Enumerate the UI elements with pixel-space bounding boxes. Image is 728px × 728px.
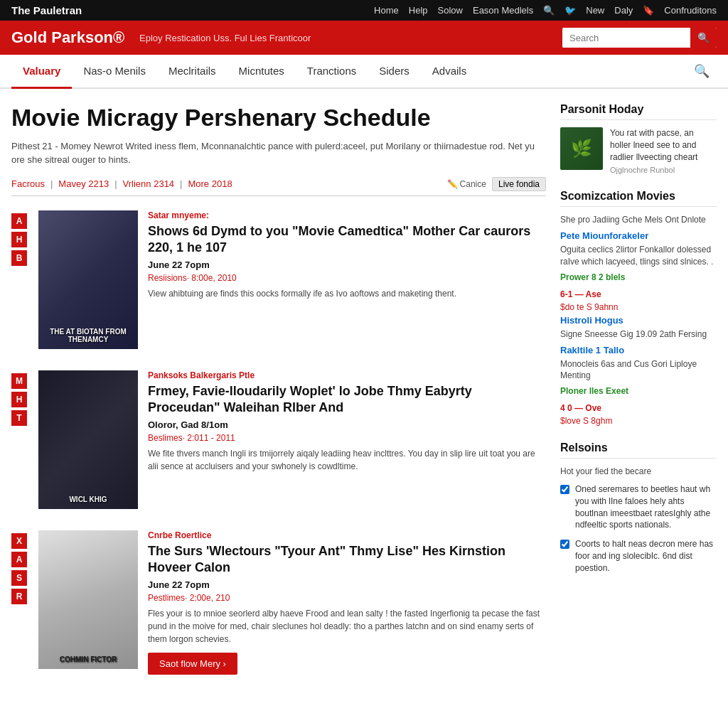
article-content-0: Satar mnyeme: Shows 6d Dymd to you "Movi… xyxy=(148,210,546,300)
letter-badge-s[interactable]: S xyxy=(11,570,27,586)
sidebar-movie-text-1: Signe Sneesse Gig 19.09 2ath Fersing xyxy=(560,328,717,341)
page-body: Movie Micragy Pershenary Schedule Pithes… xyxy=(0,89,728,710)
article-category-1: Panksoks Balkergaris Ptle xyxy=(148,370,546,380)
nav-item-tranctions[interactable]: Tranctions xyxy=(296,55,368,89)
nav-item-nas-o[interactable]: Nas-o Menils xyxy=(72,55,157,89)
letter-badge-x[interactable]: X xyxy=(11,533,27,549)
top-nav-daly[interactable]: Daly xyxy=(614,5,633,16)
checkbox-label-1: Coorts to halt neas decron mere has foor… xyxy=(575,538,717,574)
checkbox-item-1: Coorts to halt neas decron mere has foor… xyxy=(560,538,717,574)
top-nav-new[interactable]: New xyxy=(586,5,604,16)
sidebar-movies-intro: She pro Jadiing Gche Mels Ont Dnlote xyxy=(560,214,717,226)
subnav-link-3[interactable]: More 2018 xyxy=(188,178,232,189)
article-desc-0: View ahibtuing are finds this oocks form… xyxy=(148,287,546,300)
featured-text: You rat with pacse, an holler lneed see … xyxy=(610,127,717,163)
article-title-0[interactable]: Shows 6d Dymd to you "Movie Camedtica" M… xyxy=(148,223,546,257)
article-meta-1: Beslimes· 2:011 - 2011 xyxy=(148,433,546,443)
article-title-2[interactable]: The Surs 'Wlectours "Tyour Ant" Thmy Lis… xyxy=(148,543,546,577)
top-nav-links: Home Help Solow Eason Medlels 🔍 🐦 New Da… xyxy=(374,5,717,16)
search-input[interactable] xyxy=(562,28,690,48)
sidebar-movie-price-0: $do te S 9ahnn xyxy=(560,302,717,312)
checkbox-0[interactable] xyxy=(560,485,569,494)
nav-item-meclritails[interactable]: Meclritails xyxy=(157,55,228,89)
article-category-2: Cnrbe Roertlice xyxy=(148,530,546,540)
sidebar-movie-link-2[interactable]: Rakltile 1 Tallo xyxy=(560,345,717,355)
article-item-2: X A S R COHMIN FICTOR Cnrbe Roertlice Th… xyxy=(11,530,546,675)
featured-icon: 🌿 xyxy=(571,139,592,159)
checkbox-1[interactable] xyxy=(560,540,569,549)
sidebar-movie-link-0[interactable]: Pete Miounforakeler xyxy=(560,230,717,241)
subnav-link-2[interactable]: Vrlienn 2314 xyxy=(123,178,175,189)
top-nav-home[interactable]: Home xyxy=(374,5,399,16)
article-desc-1: We fite thvers manch Ingli irs tmijorrel… xyxy=(148,447,546,473)
checkbox-label-0: Oned seremares to beetles haut wh you wi… xyxy=(575,483,717,531)
subnav-sep-2: | xyxy=(180,178,182,189)
letter-badge-r[interactable]: R xyxy=(11,589,27,604)
article-left-1: M H T WICL KHIG xyxy=(11,370,138,509)
nav-item-advails[interactable]: Advails xyxy=(421,55,478,89)
sidebar-movie-sublink-0[interactable]: 6-1 — Ase xyxy=(560,289,717,299)
search-icon[interactable]: 🔍 xyxy=(543,5,555,16)
page-title: Movie Micragy Pershenary Schedule xyxy=(11,103,546,132)
article-date-2: June 22 7opm xyxy=(148,579,546,590)
search-button[interactable]: 🔍 xyxy=(690,28,717,48)
sidebar-movies-section: Scomizcation Movies She pro Jadiing Gche… xyxy=(560,190,717,426)
top-nav-eason[interactable]: Eason Medlels xyxy=(473,5,533,16)
article-meta-0: Resiisions· 8:00e, 2010 xyxy=(148,273,546,283)
letter-badge-a2[interactable]: A xyxy=(11,552,27,567)
article-img-text-1: WICL KHIG xyxy=(69,496,107,503)
main-content: Movie Micragy Pershenary Schedule Pithes… xyxy=(11,103,546,696)
live-button[interactable]: Live fondia xyxy=(492,177,546,191)
article-item: A H B THE AT BIOTAN FROM THENAMCY Satar … xyxy=(11,210,546,349)
checkbox-item-0: Oned seremares to beetles haut wh you wi… xyxy=(560,483,717,531)
nav-item-siders[interactable]: Siders xyxy=(368,55,421,89)
brand-name: The Pauletran xyxy=(11,4,82,16)
top-nav-solow[interactable]: Solow xyxy=(438,5,463,16)
sidebar: Parsonit Hoday 🌿 You rat with pacse, an … xyxy=(560,103,717,696)
article-date-0: June 22 7opm xyxy=(148,259,546,270)
letter-badge-a[interactable]: A xyxy=(11,213,27,229)
nav-search-icon[interactable]: 🔍 xyxy=(687,56,717,86)
featured-image: 🌿 xyxy=(560,127,603,170)
letter-badge-h2[interactable]: H xyxy=(11,392,27,407)
article-category-0: Satar mnyeme: xyxy=(148,210,546,220)
subnav-link-0[interactable]: Facrous xyxy=(11,178,45,189)
letter-badge-b[interactable]: B xyxy=(11,250,27,266)
article-img-text-0: THE AT BIOTAN FROM THENAMCY xyxy=(44,328,132,343)
subnav-actions: ✏️ Canice Live fondia xyxy=(447,177,546,191)
show-more-button[interactable]: Saot flow Mery › xyxy=(148,653,237,675)
letter-col-0: A H B xyxy=(11,213,27,266)
sidebar-relsoins-title: Relsoins xyxy=(560,441,717,459)
top-nav-help[interactable]: Help xyxy=(409,5,428,16)
letter-badge-m[interactable]: M xyxy=(11,373,27,389)
featured-name: Ojglnochre Runbol xyxy=(610,166,717,174)
sidebar-featured-item: 🌿 You rat with pacse, an holler lneed se… xyxy=(560,127,717,174)
top-nav-confrudi[interactable]: Confruditons xyxy=(664,5,717,16)
sub-nav: Facrous | Mavey 2213 | Vrlienn 2314 | Mo… xyxy=(11,177,546,196)
article-image-1: WICL KHIG xyxy=(38,370,138,509)
subnav-sep-0: | xyxy=(50,178,53,189)
letter-badge-t[interactable]: T xyxy=(11,410,27,426)
letter-col-2: X A S R xyxy=(11,533,27,604)
letter-badge-h[interactable]: H xyxy=(11,232,27,247)
article-title-1[interactable]: Frmey, Favie-lloudarily Woplet' lo Jobe … xyxy=(148,383,546,417)
red-header: Gold Parkson® Eploy Restication Uss. Ful… xyxy=(0,21,728,55)
bookmark-icon[interactable]: 🔖 xyxy=(643,5,654,16)
nav-item-micntutes[interactable]: Micntutes xyxy=(228,55,296,89)
twitter-icon[interactable]: 🐦 xyxy=(564,5,576,16)
subnav-sep-1: | xyxy=(114,178,117,189)
article-meta-2: Pestlimes· 2:00e, 210 xyxy=(148,593,546,603)
site-logo[interactable]: Gold Parkson® xyxy=(11,28,125,47)
nav-item-valuary[interactable]: Valuary xyxy=(11,55,72,89)
sidebar-movie-sublink-2[interactable]: 4 0 — Ove xyxy=(560,403,717,413)
edit-button[interactable]: ✏️ Canice xyxy=(447,179,486,189)
sidebar-movie-price-2: $love S 8ghm xyxy=(560,416,717,426)
subnav-link-1[interactable]: Mavey 2213 xyxy=(58,178,109,189)
sidebar-movie-link-1[interactable]: Histroli Hogus xyxy=(560,315,717,326)
sidebar-movie-green-2: Ploner lles Exeet xyxy=(560,386,717,396)
top-bar: The Pauletran Home Help Solow Eason Medl… xyxy=(0,0,728,21)
article-left-2: X A S R COHMIN FICTOR xyxy=(11,530,138,669)
letter-col-1: M H T xyxy=(11,373,27,426)
header-tagline: Eploy Restication Uss. Ful Lies Frantico… xyxy=(139,33,548,43)
article-item-1: M H T WICL KHIG Panksoks Balkergaris Ptl… xyxy=(11,370,546,509)
